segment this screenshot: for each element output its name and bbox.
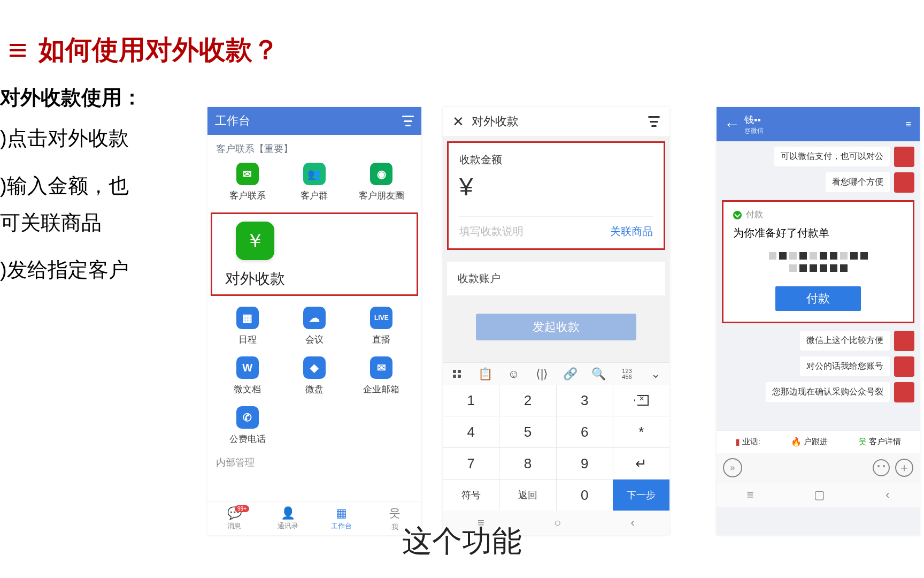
customer-context-bar: ▮业话: 🔥户跟进 웃客户详情 bbox=[717, 430, 920, 453]
item-schedule[interactable]: ▦ 日程 bbox=[214, 307, 281, 346]
calendar-icon: ▦ bbox=[236, 307, 259, 329]
item-disk[interactable]: ◆ 微盘 bbox=[281, 356, 348, 396]
emoji-picker-icon[interactable] bbox=[873, 459, 890, 476]
message-bubble: 微信上这个比较方便 bbox=[800, 331, 890, 351]
number-pad-icon[interactable]: 123456 bbox=[613, 368, 641, 380]
key-enter[interactable]: ↵ bbox=[613, 448, 669, 479]
cloud-icon: ☁ bbox=[303, 307, 326, 329]
person-icon: 웃 bbox=[389, 505, 401, 521]
context-item-3[interactable]: 웃客户详情 bbox=[858, 436, 901, 447]
nav-menu-icon[interactable]: ≡ bbox=[746, 488, 753, 502]
link-goods-button[interactable]: 关联商品 bbox=[610, 224, 653, 239]
key-7[interactable]: 7 bbox=[443, 448, 499, 479]
workbench-title: 工作台 bbox=[215, 113, 250, 129]
backspace-icon bbox=[634, 395, 649, 406]
video-caption: 这个功能 bbox=[0, 521, 924, 562]
nav-back-icon[interactable]: ‹ bbox=[886, 488, 889, 502]
avatar-self bbox=[894, 172, 914, 193]
slide: 如何使用对外收款？ 对外收款使用： )点击对外收款 )输入金额，也 可关联商品 … bbox=[0, 0, 924, 578]
key-2[interactable]: 2 bbox=[499, 385, 556, 416]
item-mail[interactable]: ✉ 企业邮箱 bbox=[348, 356, 415, 396]
chat-subtitle: @微信 bbox=[744, 126, 905, 135]
link-icon[interactable]: 🔗 bbox=[556, 367, 584, 381]
chat-header: ← 钱▪▪ @微信 ≡ bbox=[717, 107, 920, 141]
avatar-self bbox=[894, 147, 914, 167]
moments-icon: ◉ bbox=[370, 163, 392, 185]
workbench-header: 工作台 bbox=[207, 107, 421, 135]
flame-icon: ▮ bbox=[735, 437, 740, 447]
code-icon[interactable]: ⟨|⟩ bbox=[528, 367, 556, 381]
key-0[interactable]: 0 bbox=[557, 480, 613, 511]
key-next[interactable]: 下一步 bbox=[613, 480, 669, 511]
key-backspace[interactable] bbox=[613, 385, 669, 416]
msg-row-5: 您那边现在确认采购公众号裂 bbox=[722, 382, 914, 402]
key-9[interactable]: 9 bbox=[557, 448, 613, 479]
key-3[interactable]: 3 bbox=[557, 385, 613, 416]
key-4[interactable]: 4 bbox=[443, 416, 499, 447]
phone-chat: ← 钱▪▪ @微信 ≡ 可以微信支付，也可以对公 看您哪个方便 付款 为你准 bbox=[717, 107, 920, 535]
avatar-self bbox=[894, 356, 914, 377]
chat-title-block: 钱▪▪ @微信 bbox=[744, 113, 905, 135]
item-phone[interactable]: ✆ 公费电话 bbox=[214, 406, 281, 445]
nav-home-icon[interactable]: ▢ bbox=[814, 488, 825, 502]
message-bubble: 对公的话我给您账号 bbox=[800, 356, 890, 376]
message-bubble: 您那边现在确认采购公众号裂 bbox=[766, 382, 890, 402]
grid-toggle-icon[interactable] bbox=[443, 370, 471, 378]
filter-icon[interactable] bbox=[402, 116, 414, 126]
item-docs[interactable]: W 微文档 bbox=[214, 356, 281, 396]
key-1[interactable]: 1 bbox=[443, 385, 499, 416]
note-input[interactable]: 填写收款说明 bbox=[459, 224, 523, 239]
voice-input-icon[interactable]: » bbox=[723, 458, 742, 477]
docs-icon: W bbox=[236, 356, 259, 379]
search-icon[interactable]: 🔍 bbox=[584, 367, 613, 381]
section-customer-contact: 客户联系【重要】 bbox=[207, 135, 421, 163]
amount-label: 收款金额 bbox=[459, 153, 653, 167]
collapse-keyboard-icon[interactable]: ⌄ bbox=[641, 367, 669, 381]
menu-icon bbox=[10, 44, 26, 57]
account-row[interactable]: 收款账户 bbox=[447, 262, 665, 295]
close-icon[interactable]: ✕ bbox=[452, 113, 464, 130]
filter-icon[interactable] bbox=[648, 116, 660, 127]
key-back[interactable]: 返回 bbox=[499, 480, 556, 511]
payment-header: ✕ 对外收款 bbox=[443, 107, 669, 136]
clipboard-icon[interactable]: 📋 bbox=[471, 367, 499, 381]
key-5[interactable]: 5 bbox=[499, 416, 556, 447]
item-customer-group[interactable]: 👥 客户群 bbox=[281, 163, 348, 202]
message-bubble: 可以微信支付，也可以对公 bbox=[774, 147, 890, 166]
keyboard-toolbar: 📋 ☺ ⟨|⟩ 🔗 🔍 123456 ⌄ bbox=[443, 362, 669, 385]
masked-amount bbox=[765, 252, 872, 273]
key-6[interactable]: 6 bbox=[557, 416, 613, 447]
currency-symbol: ¥ bbox=[459, 172, 653, 201]
chat-messages: 可以微信支付，也可以对公 看您哪个方便 付款 为你准备好了付款单 付款 bbox=[717, 141, 920, 430]
item-customer-moments[interactable]: ◉ 客户朋友圈 bbox=[348, 163, 415, 202]
key-star[interactable]: * bbox=[613, 416, 669, 447]
add-attachment-icon[interactable]: ＋ bbox=[895, 459, 913, 477]
divider bbox=[459, 216, 653, 217]
feature-label: 对外收款 bbox=[225, 269, 285, 289]
item-customer-contact[interactable]: ✉ 客户联系 bbox=[214, 163, 281, 202]
unread-badge: 99+ bbox=[235, 505, 249, 512]
submit-button[interactable]: 发起收款 bbox=[476, 314, 636, 340]
back-arrow-icon[interactable]: ← bbox=[724, 115, 740, 133]
payment-card[interactable]: 付款 为你准备好了付款单 付款 bbox=[722, 200, 914, 323]
msg-row-3: 微信上这个比较方便 bbox=[722, 331, 914, 351]
highlight-external-payment[interactable]: ￥ 对外收款 bbox=[211, 212, 418, 296]
slide-header: 如何使用对外收款？ bbox=[0, 32, 924, 68]
paycard-tag: 付款 bbox=[746, 209, 763, 220]
phone-workbench: 工作台 客户联系【重要】 ✉ 客户联系 👥 客户群 ◉ 客户朋友圈 ￥ 对外收款 bbox=[207, 107, 421, 535]
avatar-self bbox=[894, 331, 914, 351]
msg-row-1: 可以微信支付，也可以对公 bbox=[722, 147, 914, 167]
pay-button[interactable]: 付款 bbox=[775, 286, 861, 311]
context-item-2[interactable]: 🔥户跟进 bbox=[791, 436, 828, 447]
emoji-icon[interactable]: ☺ bbox=[499, 367, 528, 381]
item-live[interactable]: LIVE 直播 bbox=[348, 307, 415, 346]
person-green-icon: 웃 bbox=[858, 436, 867, 447]
live-icon: LIVE bbox=[370, 307, 392, 329]
more-menu-icon[interactable]: ≡ bbox=[905, 119, 912, 130]
key-8[interactable]: 8 bbox=[499, 448, 556, 479]
context-item-1[interactable]: ▮业话: bbox=[735, 436, 760, 447]
key-symbol[interactable]: 符号 bbox=[443, 480, 499, 511]
item-meeting[interactable]: ☁ 会议 bbox=[281, 307, 348, 346]
paycard-header: 付款 bbox=[733, 209, 903, 220]
payment-title: 对外收款 bbox=[472, 113, 519, 130]
